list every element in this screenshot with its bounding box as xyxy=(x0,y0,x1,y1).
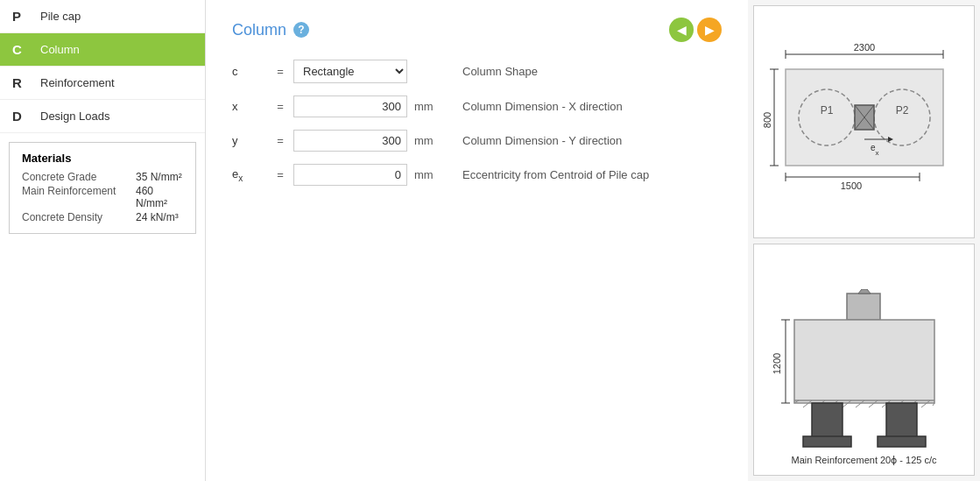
svg-rect-38 xyxy=(812,403,843,438)
svg-text:P2: P2 xyxy=(895,104,908,117)
bottom-diagram-svg: 1200 xyxy=(768,289,961,451)
unit-y: mm xyxy=(414,134,454,147)
main-content: Column ? ◀ ▶ c = Rectangle Circle Column… xyxy=(206,0,748,481)
right-panel: 2300 800 P1 P2 ex xyxy=(748,0,980,481)
description-ex: Eccentricity from Centroid of Pile cap xyxy=(462,168,649,181)
bottom-caption: Main Reinforcement 20ϕ - 125 c/c xyxy=(792,455,937,466)
help-icon[interactable]: ? xyxy=(293,22,309,38)
svg-rect-41 xyxy=(878,436,926,447)
materials-title: Materials xyxy=(22,152,183,165)
material-value-1: 460 N/mm² xyxy=(136,184,183,210)
sidebar-label-pile-cap: Pile cap xyxy=(40,10,81,23)
var-label-c: c xyxy=(232,65,267,78)
sidebar-item-column[interactable]: C Column xyxy=(0,33,205,67)
equals-ex: = xyxy=(267,168,293,181)
var-label-y: y xyxy=(232,134,267,147)
material-value-0: 35 N/mm² xyxy=(136,170,183,184)
nav-arrows: ◀ ▶ xyxy=(669,18,722,42)
svg-text:1500: 1500 xyxy=(840,180,861,191)
form-row-ex: ex = mm Eccentricity from Centroid of Pi… xyxy=(232,164,722,186)
var-label-ex: ex xyxy=(232,167,267,183)
var-label-x: x xyxy=(232,100,267,113)
sidebar-letter-d: D xyxy=(12,109,32,124)
description-y: Column Dimension - Y direction xyxy=(462,134,622,147)
sidebar-label-design-loads: Design Loads xyxy=(40,110,110,123)
input-cell-x xyxy=(293,95,407,117)
page-title: Column xyxy=(232,21,286,39)
materials-box: Materials Concrete Grade 35 N/mm² Main R… xyxy=(9,142,196,234)
svg-text:2300: 2300 xyxy=(853,42,874,53)
material-name-2: Concrete Density xyxy=(22,210,136,224)
svg-rect-24 xyxy=(794,320,934,403)
nav-back-button[interactable]: ◀ xyxy=(669,18,694,42)
sidebar-letter-p: P xyxy=(12,9,32,24)
sidebar-label-column: Column xyxy=(40,43,80,56)
description-c: Column Shape xyxy=(462,65,538,78)
form-row-y: y = mm Column Dimension - Y direction xyxy=(232,130,722,152)
input-cell-c: Rectangle Circle xyxy=(293,60,407,83)
material-value-2: 24 kN/m³ xyxy=(136,210,183,224)
bottom-diagram-box: 1200 Main Reinforcement 20ϕ - 125 c/c xyxy=(753,244,975,477)
sidebar-letter-c: C xyxy=(12,42,32,57)
form-row-c: c = Rectangle Circle Column Shape xyxy=(232,60,722,83)
sidebar-item-design-loads[interactable]: D Design Loads xyxy=(0,100,205,133)
column-shape-select[interactable]: Rectangle Circle xyxy=(293,60,407,83)
top-diagram-svg: 2300 800 P1 P2 ex xyxy=(764,39,965,205)
svg-marker-23 xyxy=(858,289,871,294)
table-row: Concrete Grade 35 N/mm² xyxy=(22,170,183,184)
description-x: Column Dimension - X direction xyxy=(462,100,623,113)
svg-rect-40 xyxy=(886,403,917,438)
materials-table: Concrete Grade 35 N/mm² Main Reinforceme… xyxy=(22,170,183,224)
form-row-x: x = mm Column Dimension - X direction xyxy=(232,95,722,117)
x-input[interactable] xyxy=(293,95,407,117)
y-input[interactable] xyxy=(293,130,407,152)
svg-text:1200: 1200 xyxy=(772,353,782,374)
ex-input[interactable] xyxy=(293,164,407,186)
svg-text:800: 800 xyxy=(764,112,772,128)
unit-x: mm xyxy=(414,100,454,113)
top-diagram-box: 2300 800 P1 P2 ex xyxy=(753,5,975,238)
svg-rect-22 xyxy=(847,294,880,320)
equals-c: = xyxy=(267,65,293,78)
sidebar-item-pile-cap[interactable]: P Pile cap xyxy=(0,0,205,33)
svg-rect-39 xyxy=(803,436,851,447)
unit-ex: mm xyxy=(414,168,454,181)
sidebar-letter-r: R xyxy=(12,75,32,90)
sidebar-item-reinforcement[interactable]: R Reinforcement xyxy=(0,67,205,100)
table-row: Concrete Density 24 kN/m³ xyxy=(22,210,183,224)
sidebar-label-reinforcement: Reinforcement xyxy=(40,76,115,89)
equals-y: = xyxy=(267,134,293,147)
sidebar: P Pile cap C Column R Reinforcement D De… xyxy=(0,0,206,481)
material-name-1: Main Reinforcement xyxy=(22,184,136,210)
equals-x: = xyxy=(267,100,293,113)
input-cell-ex xyxy=(293,164,407,186)
material-name-0: Concrete Grade xyxy=(22,170,136,184)
nav-forward-button[interactable]: ▶ xyxy=(697,18,722,42)
input-cell-y xyxy=(293,130,407,152)
table-row: Main Reinforcement 460 N/mm² xyxy=(22,184,183,210)
page-header: Column ? ◀ ▶ xyxy=(232,18,722,42)
svg-text:P1: P1 xyxy=(820,104,833,117)
